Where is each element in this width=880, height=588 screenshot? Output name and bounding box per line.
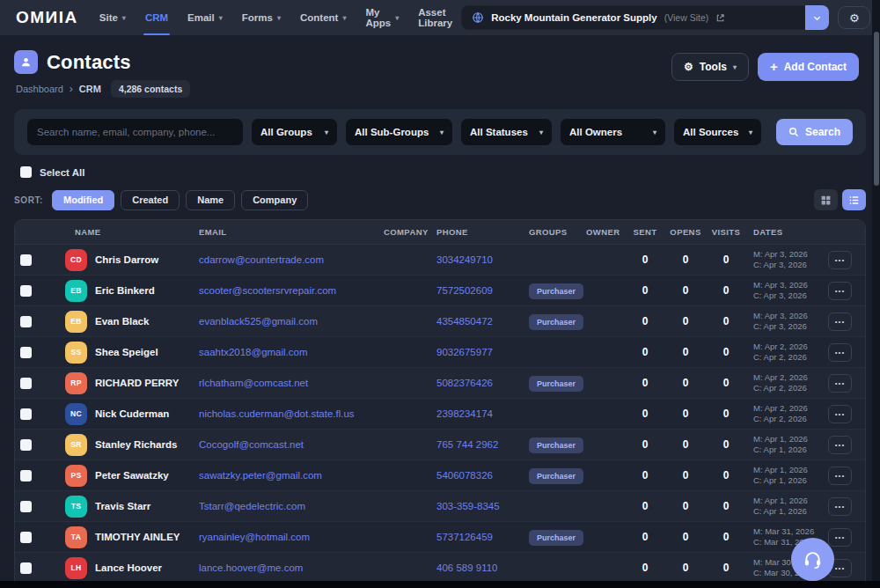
row-actions-button[interactable]: ••• <box>828 251 852 269</box>
contact-email[interactable]: Tstarr@qedelectric.com <box>196 501 377 511</box>
menu-site[interactable]: Site▾ <box>99 0 126 35</box>
settings-button[interactable]: ⚙ <box>838 6 870 29</box>
row-actions-button[interactable]: ••• <box>828 467 852 485</box>
contact-phone[interactable]: 5406078326 <box>429 470 517 481</box>
contact-email[interactable]: lance.hoover@me.com <box>196 562 377 573</box>
search-button[interactable]: Search <box>776 119 853 145</box>
groups-filter-dropdown[interactable]: All Groups▾ <box>252 119 337 145</box>
row-checkbox[interactable] <box>20 285 32 297</box>
contact-name[interactable]: RICHARD PERRY <box>95 378 179 388</box>
contact-phone[interactable]: 7572502609 <box>429 285 517 296</box>
row-actions-button[interactable]: ••• <box>828 405 852 423</box>
external-link-icon[interactable] <box>715 13 725 23</box>
statuses-filter-dropdown[interactable]: All Statuses▾ <box>461 119 552 145</box>
menu-my-apps[interactable]: My Apps▾ <box>365 0 399 35</box>
sent-count: 0 <box>625 438 665 451</box>
contact-phone[interactable]: 5737126459 <box>429 532 517 542</box>
created-date: C: Apr 2, 2026 <box>753 383 822 393</box>
row-actions-button[interactable]: ••• <box>828 343 852 362</box>
breadcrumb-separator-icon: › <box>70 83 73 95</box>
table-row: SR Stanley Richards Cocogolf@comcast.net… <box>15 430 865 460</box>
omnia-logo[interactable]: OMИIA <box>16 8 78 27</box>
contact-email[interactable]: nicholas.cuderman@dot.state.fl.us <box>196 408 377 419</box>
contact-phone[interactable]: 5082376426 <box>429 378 517 388</box>
row-checkbox[interactable] <box>20 501 32 512</box>
row-actions-button[interactable]: ••• <box>828 436 852 454</box>
contact-name[interactable]: TIMOTHY AINLEY <box>95 532 180 542</box>
sources-filter-dropdown[interactable]: All Sources▾ <box>674 119 761 145</box>
contact-name[interactable]: Eric Binkerd <box>95 285 155 296</box>
contact-email[interactable]: sawatzky.peter@gmail.com <box>196 470 377 481</box>
modified-date: M: Apr 2, 2026 <box>753 342 822 352</box>
contact-phone[interactable]: 406 589 9110 <box>429 562 517 573</box>
site-dropdown-button[interactable] <box>805 5 829 30</box>
contact-name[interactable]: Chris Darrow <box>95 254 158 265</box>
support-chat-button[interactable] <box>791 538 834 581</box>
visits-count: 0 <box>706 284 746 297</box>
visits-count: 0 <box>706 469 746 481</box>
contact-phone[interactable]: 9032675977 <box>429 347 517 357</box>
row-checkbox[interactable] <box>20 254 32 266</box>
row-actions-button[interactable]: ••• <box>828 374 852 393</box>
contact-name[interactable]: Travis Starr <box>95 501 150 511</box>
row-checkbox[interactable] <box>20 439 32 451</box>
contact-email[interactable]: saahtx2018@gmail.com <box>196 347 377 357</box>
row-checkbox[interactable] <box>20 347 32 358</box>
subgroups-filter-dropdown[interactable]: All Sub-Groups▾ <box>346 119 452 145</box>
sort-company-button[interactable]: Company <box>241 190 308 210</box>
select-all-checkbox[interactable] <box>20 166 32 178</box>
menu-asset-library[interactable]: Asset Library <box>418 0 452 35</box>
list-view-button[interactable] <box>842 189 866 210</box>
row-actions-button[interactable]: ••• <box>828 312 852 331</box>
contact-email[interactable]: evanblack525@gmail.com <box>196 316 377 327</box>
opens-count: 0 <box>665 254 706 266</box>
contact-phone[interactable]: 2398234174 <box>429 408 517 419</box>
sort-name-button[interactable]: Name <box>186 190 235 210</box>
row-checkbox[interactable] <box>20 470 32 481</box>
contact-email[interactable]: cdarrow@countertrade.com <box>196 254 377 265</box>
breadcrumb-dashboard[interactable]: Dashboard <box>16 84 63 94</box>
contact-email[interactable]: ryanainley@hotmail.com <box>196 532 377 542</box>
row-actions-button[interactable]: ••• <box>828 528 852 547</box>
view-site-link[interactable]: (View Site) <box>664 12 709 23</box>
contact-phone[interactable]: 765 744 2962 <box>429 439 517 450</box>
contact-name[interactable]: Shea Speigel <box>95 347 158 357</box>
contact-email[interactable]: scooter@scootersrvrepair.com <box>196 285 377 296</box>
search-input[interactable] <box>27 119 243 145</box>
row-checkbox[interactable] <box>20 408 32 420</box>
grid-view-button[interactable] <box>814 189 838 210</box>
contact-name[interactable]: Peter Sawatzky <box>95 470 169 481</box>
row-checkbox[interactable] <box>20 378 32 389</box>
sort-modified-button[interactable]: Modified <box>52 190 114 210</box>
contact-name[interactable]: Nick Cuderman <box>95 408 169 419</box>
page-scrollbar[interactable] <box>872 0 880 588</box>
menu-email[interactable]: Email▾ <box>187 0 223 35</box>
menu-forms[interactable]: Forms▾ <box>242 0 281 35</box>
chevron-down-icon: ▾ <box>122 14 126 22</box>
contact-name[interactable]: Evan Black <box>95 316 149 327</box>
add-contact-button[interactable]: + Add Contact <box>758 53 859 81</box>
contact-name[interactable]: Stanley Richards <box>95 439 177 450</box>
row-checkbox[interactable] <box>20 532 32 543</box>
scrollbar-thumb[interactable] <box>874 32 879 186</box>
row-checkbox[interactable] <box>20 562 32 574</box>
tools-button[interactable]: ⚙ Tools ▾ <box>671 53 749 81</box>
breadcrumb-crm[interactable]: CRM <box>79 84 101 94</box>
contact-name[interactable]: Lance Hoover <box>95 562 162 573</box>
site-selector[interactable]: Rocky Mountain Generator Supply (View Si… <box>461 5 805 30</box>
row-actions-button[interactable]: ••• <box>828 497 852 516</box>
contact-phone[interactable]: 303-359-8345 <box>429 501 517 511</box>
row-actions-button[interactable]: ••• <box>828 282 852 300</box>
owners-filter-dropdown[interactable]: All Owners▾ <box>561 119 665 145</box>
group-badge: Purchaser <box>529 437 583 453</box>
created-date: C: Apr 1, 2026 <box>753 475 822 486</box>
contact-email[interactable]: Cocogolf@comcast.net <box>196 439 377 450</box>
contact-phone[interactable]: 3034249710 <box>429 254 517 265</box>
row-checkbox[interactable] <box>20 316 32 327</box>
sort-created-button[interactable]: Created <box>121 190 180 210</box>
menu-crm[interactable]: CRM <box>145 0 168 35</box>
menu-content[interactable]: Content▾ <box>300 0 346 35</box>
created-date: C: Apr 2, 2026 <box>753 352 822 363</box>
contact-phone[interactable]: 4354850472 <box>429 316 517 327</box>
contact-email[interactable]: rlchatham@comcast.net <box>196 378 377 388</box>
